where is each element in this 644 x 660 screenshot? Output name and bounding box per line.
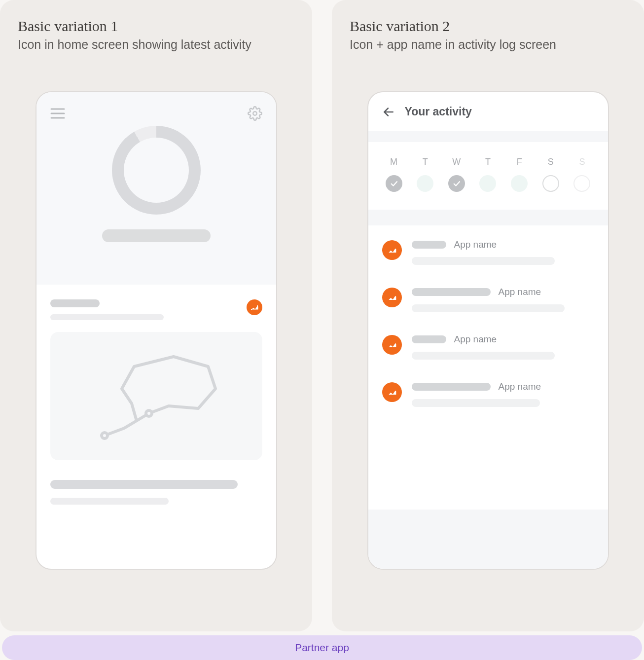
legend-partner-app: Partner app — [2, 635, 642, 660]
app-name-label: App name — [499, 287, 541, 297]
check-icon — [386, 175, 402, 192]
activity-row[interactable]: App name — [382, 381, 594, 407]
day-sunday[interactable]: S — [571, 157, 593, 192]
screen-title: Your activity — [405, 105, 472, 118]
partner-app-icon — [382, 240, 402, 260]
settings-icon[interactable] — [248, 106, 262, 121]
day-label: T — [477, 157, 499, 167]
text-placeholder — [412, 399, 540, 407]
panel-variation-1: Basic variation 1 Icon in home screen sh… — [0, 0, 312, 631]
day-label: M — [383, 157, 405, 167]
section-divider — [368, 131, 608, 142]
app-name-label: App name — [499, 381, 541, 392]
text-placeholder — [412, 383, 491, 391]
text-placeholder — [50, 299, 100, 307]
day-label: W — [446, 157, 467, 167]
partner-app-icon — [382, 335, 402, 355]
app-name-label: App name — [454, 239, 497, 250]
day-thursday[interactable]: T — [477, 157, 499, 192]
check-icon — [448, 175, 465, 192]
day-label: T — [414, 157, 436, 167]
day-wednesday[interactable]: W — [446, 157, 467, 192]
panel-subtitle: Icon in home screen showing latest activ… — [18, 37, 294, 52]
bottom-spacer — [368, 510, 608, 569]
activity-row[interactable]: App name — [382, 239, 594, 265]
text-placeholder — [412, 335, 446, 343]
home-hero-area — [36, 92, 276, 285]
section-divider — [368, 210, 608, 225]
latest-activity-card — [36, 285, 276, 460]
day-tuesday[interactable]: T — [414, 157, 436, 192]
partner-app-icon — [382, 288, 402, 307]
svg-point-6 — [102, 433, 107, 439]
day-indicator — [511, 175, 528, 192]
svg-point-7 — [146, 410, 152, 416]
text-placeholder — [102, 229, 211, 242]
day-label: F — [508, 157, 530, 167]
activity-row[interactable]: App name — [382, 334, 594, 360]
svg-point-3 — [253, 111, 257, 115]
day-saturday[interactable]: S — [540, 157, 562, 192]
phone-mock-activity-log: Your activity M T W — [367, 91, 609, 570]
activity-row[interactable]: App name — [382, 287, 594, 312]
appbar — [36, 92, 276, 121]
text-placeholder — [412, 304, 565, 312]
text-placeholder — [412, 241, 446, 249]
back-arrow-icon[interactable] — [382, 106, 395, 118]
svg-point-4 — [250, 309, 251, 310]
svg-point-5 — [256, 305, 257, 306]
day-monday[interactable]: M — [383, 157, 405, 192]
progress-ring-placeholder — [112, 126, 201, 215]
text-placeholder — [50, 314, 164, 320]
day-indicator — [542, 175, 559, 192]
panel-title: Basic variation 1 — [18, 18, 294, 35]
weekday-row: M T W T — [368, 142, 608, 210]
partner-app-icon[interactable] — [247, 299, 262, 315]
activity-list: App name App name — [368, 225, 608, 407]
day-friday[interactable]: F — [508, 157, 530, 192]
text-placeholder — [412, 257, 555, 265]
route-map-placeholder — [50, 332, 262, 460]
menu-icon[interactable] — [50, 108, 65, 119]
day-label: S — [571, 157, 593, 167]
text-placeholder — [412, 352, 555, 360]
text-placeholder — [50, 498, 169, 505]
appbar: Your activity — [368, 92, 608, 131]
app-name-label: App name — [454, 334, 497, 345]
panel-subtitle: Icon + app name in activity log screen — [350, 37, 626, 52]
bottom-list-placeholder — [36, 460, 276, 505]
panel-title: Basic variation 2 — [350, 18, 626, 35]
phone-mock-home — [36, 91, 277, 570]
panel-variation-2: Basic variation 2 Icon + app name in act… — [332, 0, 644, 631]
text-placeholder — [412, 288, 491, 296]
day-indicator — [417, 175, 433, 192]
legend-label: Partner app — [295, 642, 349, 654]
partner-app-icon — [382, 382, 402, 402]
day-label: S — [540, 157, 562, 167]
text-placeholder — [50, 480, 238, 489]
day-indicator — [573, 175, 590, 192]
day-indicator — [479, 175, 496, 192]
